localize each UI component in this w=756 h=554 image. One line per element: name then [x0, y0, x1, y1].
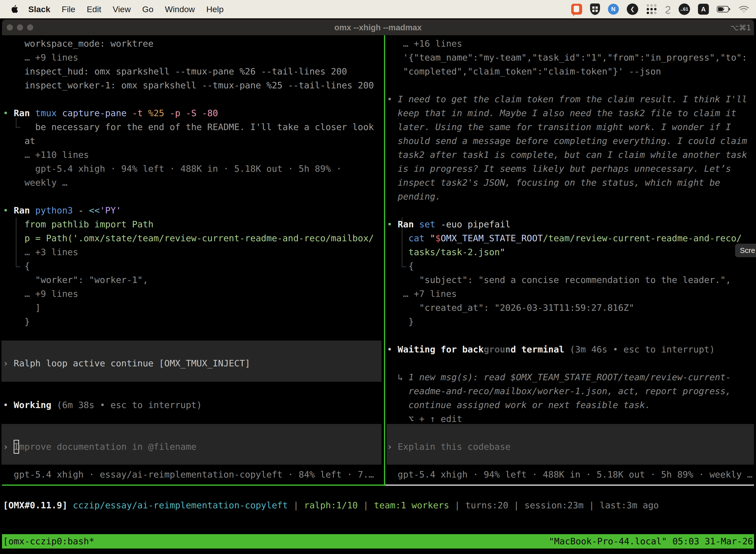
terminal-line — [387, 454, 756, 467]
terminal-line: should send a message before completing … — [387, 134, 756, 148]
terminal-line: workspace_mode: worktree — [3, 37, 384, 51]
active-app-name[interactable]: Slack — [28, 4, 50, 14]
terminal-line: { — [387, 259, 756, 273]
terminal-line: cat "$OMX_TEAM_STATE_ROOT/team/review-cu… — [387, 231, 756, 245]
terminal-line: gpt-5.4 xhigh · 94% left · 488K in · 5.1… — [3, 162, 384, 176]
terminal-line: gpt-5.4 xhigh · 94% left · 488K in · 5.1… — [387, 467, 756, 482]
terminal-line — [387, 78, 756, 92]
menu-item-file[interactable]: File — [62, 4, 75, 14]
terminal-line: tasks/task-2.json" — [387, 245, 756, 259]
menu-item-window[interactable]: Window — [165, 4, 195, 14]
terminal-line: continue assigned work or next feasible … — [387, 398, 756, 412]
terminal-line: inspect_worker-1: omx sparkshell --tmux-… — [3, 78, 384, 92]
terminal-line: "completed","claim_token":"claim-token"}… — [387, 64, 756, 78]
terminal-line: … +16 lines — [387, 37, 756, 51]
terminal-line — [3, 370, 384, 384]
menu-item-help[interactable]: Help — [206, 4, 224, 14]
terminal-line: readme-and-reco/mailbox/worker-1.json, a… — [387, 384, 756, 398]
terminal-line — [387, 356, 756, 370]
terminal-line: later. Using the same for transition mig… — [387, 120, 756, 134]
tmux-pane-right: … +16 lines '{"team_name":"my-team","tas… — [386, 35, 756, 485]
terminal-line: p = Path('.omx/state/team/review-current… — [3, 231, 384, 245]
screen-tooltip: Scre — [735, 244, 756, 257]
menu-item-view[interactable]: View — [113, 4, 131, 14]
pane-divider-horizontal-left[interactable] — [2, 485, 385, 486]
terminal-line — [387, 426, 756, 440]
tmux-host-clock: "MacBook-Pro-44.local" 05:03 31-Mar-26 — [549, 534, 753, 549]
terminal-line — [3, 342, 384, 356]
terminal-line: • Ran set -euo pipefail — [387, 217, 756, 231]
timer-badge-icon[interactable]: ..61 — [679, 3, 690, 15]
input-source-icon[interactable]: A — [698, 4, 709, 15]
terminal-line: … +110 lines — [3, 148, 384, 162]
terminal-line — [3, 384, 384, 398]
terminal-line — [3, 92, 384, 106]
terminal-line — [3, 426, 384, 440]
terminal-line: } — [387, 315, 756, 329]
tmux-session-label[interactable]: [omx-cczip0:bash* — [3, 534, 94, 549]
menu-items: FileEditViewGoWindowHelp — [62, 4, 224, 14]
terminal-line: from pathlib import Path — [3, 217, 384, 231]
blue-seal-icon[interactable]: N — [608, 4, 619, 15]
terminal-line — [387, 329, 756, 342]
terminal-line: { — [3, 259, 384, 273]
terminal-line: • Waiting for background terminal (3m 46… — [387, 342, 756, 356]
window-shortcut-badge: ⌥⌘1 — [730, 23, 751, 32]
terminal-line — [3, 454, 384, 467]
omx-status-line: [OMX#0.11.9] cczip/essay/ai-reimplementa… — [3, 498, 659, 512]
tmux-status-bar[interactable]: [omx-cczip0:bash* "MacBook-Pro-44.local"… — [2, 534, 754, 549]
terminal-line: • I need to get the claim token from the… — [387, 92, 756, 106]
terminal-line: … +9 lines — [3, 51, 384, 64]
terminal-line: … +7 lines — [387, 287, 756, 301]
menu-item-go[interactable]: Go — [142, 4, 153, 14]
apple-icon[interactable] — [10, 4, 19, 14]
terminal-line: "subject": "send a concise recommendatio… — [387, 273, 756, 287]
battery-icon[interactable] — [717, 5, 731, 13]
terminal-line: • Ran tmux capture-pane -t %25 -p -S -80 — [3, 106, 384, 120]
terminal-line: keep that in mind. Maybe I also need the… — [387, 106, 756, 120]
terminal-line: › Improve documentation in @filename — [3, 440, 384, 454]
terminal-line: inspect_hud: omx sparkshell --tmux-pane … — [3, 64, 384, 78]
terminal-line: } — [3, 315, 384, 329]
terminal-line — [3, 412, 384, 426]
terminal-line: › Explain this codebase — [387, 440, 756, 454]
dots-grid-icon[interactable] — [646, 4, 657, 15]
terminal-line: ] — [3, 301, 384, 315]
terminal-line: ⌥ + ↑ edit — [387, 412, 756, 426]
terminal-line: '{"team_name":"my-team","task_id":"1","f… — [387, 51, 756, 64]
terminal-line: pending. — [387, 189, 756, 204]
menubar-status-icons: N ❮ Ϩ ..61 A — [571, 0, 749, 18]
pane-divider-horizontal-right[interactable] — [385, 485, 754, 486]
pane-divider-vertical[interactable] — [384, 35, 385, 486]
menu-item-edit[interactable]: Edit — [87, 4, 102, 14]
wifi-icon[interactable] — [739, 5, 749, 13]
shield-grid-icon[interactable] — [590, 3, 600, 15]
terminal-line: • Working (6m 38s • esc to interrupt) — [3, 398, 384, 412]
terminal-line: task2 after task1 is complete, but can I… — [387, 148, 756, 162]
terminal-line: be necessary for the end of the README. … — [3, 120, 384, 134]
terminal-line: gpt-5.4 xhigh · essay/ai-reimplementatio… — [3, 467, 384, 482]
terminal-line: is in progress? It seems likely but perh… — [387, 162, 756, 176]
terminal-line — [387, 204, 756, 217]
chat-app-icon[interactable] — [571, 4, 582, 15]
terminal-line: "worker": "worker-1", — [3, 273, 384, 287]
terminal-line: at — [3, 134, 384, 148]
terminal-line: › Ralph loop active continue [OMX_TMUX_I… — [3, 356, 384, 370]
terminal-line: weekly … — [3, 176, 384, 189]
terminal-line: … +3 lines — [3, 245, 384, 259]
dark-wedge-icon[interactable]: ❮ — [627, 3, 638, 15]
terminal-line: … +9 lines — [3, 287, 384, 301]
window-title: omx --xhigh --madmax — [0, 23, 756, 32]
terminal-line — [3, 189, 384, 204]
tmux-pane-left: workspace_mode: worktree … +9 lines insp… — [0, 35, 384, 485]
terminal-line: • Ran python3 - <<'PY' — [3, 204, 384, 217]
terminal-line: ↳ 1 new msg(s): read $OMX_TEAM_STATE_ROO… — [387, 370, 756, 384]
menu-bar: Slack FileEditViewGoWindowHelp N ❮ Ϩ ..6… — [0, 0, 756, 18]
terminal-line: "created_at": "2026-03-31T11:59:27.816Z" — [387, 301, 756, 315]
kandji-icon[interactable]: Ϩ — [665, 4, 671, 14]
terminal-line: inspect task2's JSON, focusing on the st… — [387, 176, 756, 189]
terminal-line — [3, 329, 384, 342]
